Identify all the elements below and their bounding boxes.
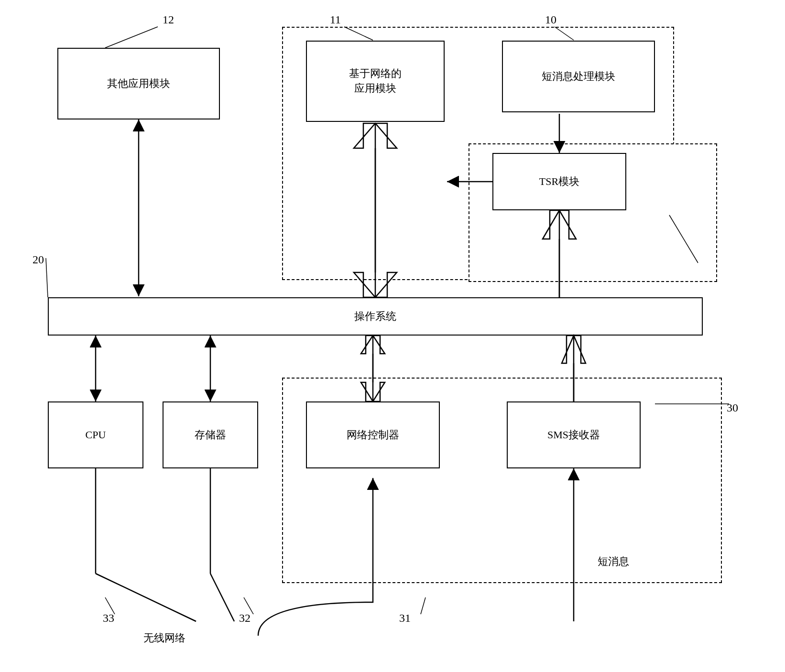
sms-msg-label: 短消息 xyxy=(598,554,629,569)
svg-line-31 xyxy=(46,258,48,297)
ref-20: 20 xyxy=(33,253,44,266)
other-app-box: 其他应用模块 xyxy=(57,48,220,119)
ref-10: 10 xyxy=(545,13,556,26)
svg-line-34 xyxy=(421,597,425,614)
svg-marker-17 xyxy=(361,336,385,354)
ref-31: 31 xyxy=(399,612,411,625)
network-app-box: 基于网络的 应用模块 xyxy=(306,41,445,122)
memory-box: 存储器 xyxy=(163,401,258,468)
cpu-box: CPU xyxy=(48,401,143,468)
os-box: 操作系统 xyxy=(48,297,703,336)
network-ctrl-box: 网络控制器 xyxy=(306,401,440,468)
ref-33: 33 xyxy=(103,612,114,625)
ref-11: 11 xyxy=(330,13,341,26)
svg-line-28 xyxy=(105,27,158,48)
ref-12: 12 xyxy=(163,13,174,26)
diagram-container: 10 11 12 20 30 31 32 33 40 其他应用模块 基于网络的 … xyxy=(0,0,785,672)
sms-recv-box: SMS接收器 xyxy=(507,401,641,468)
wireless-label: 无线网络 xyxy=(143,631,185,645)
ref-32: 32 xyxy=(239,612,251,625)
sms-proc-box: 短消息处理模块 xyxy=(502,41,655,112)
tsr-box: TSR模块 xyxy=(492,153,626,210)
ref-30: 30 xyxy=(727,401,738,414)
svg-marker-21 xyxy=(562,336,586,363)
svg-line-27 xyxy=(210,574,234,621)
